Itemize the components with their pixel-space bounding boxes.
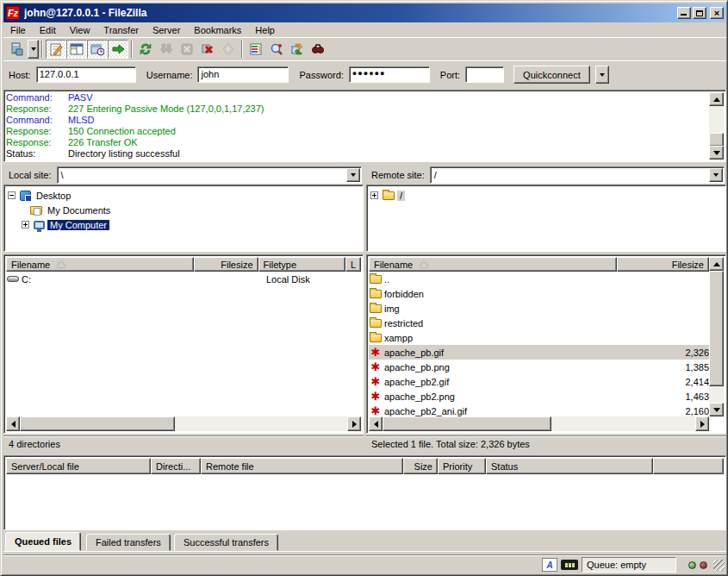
maximize-button[interactable] <box>693 7 706 19</box>
scrollbar-thumb[interactable] <box>20 416 175 431</box>
file-name: .. <box>383 274 632 285</box>
remote-file-row[interactable]: restricted <box>369 316 709 330</box>
folder-icon <box>383 191 395 200</box>
minimize-button[interactable] <box>677 7 691 19</box>
close-icon: × <box>711 8 723 18</box>
filezilla-logo-icon: Fz <box>6 6 20 20</box>
toggle-message-log-button[interactable] <box>46 40 66 59</box>
log-vertical-scrollbar[interactable] <box>709 92 724 160</box>
filter-button[interactable] <box>246 40 266 59</box>
scroll-right-button[interactable] <box>695 416 709 431</box>
toggle-remote-tree-button[interactable] <box>87 40 108 59</box>
column-header-size[interactable]: Size <box>403 458 438 474</box>
column-header-filename[interactable]: Filename <box>369 257 617 272</box>
local-horizontal-scrollbar[interactable] <box>6 416 361 431</box>
remote-file-row[interactable]: ✱apache_pb2_ani.gif2,160 <box>369 404 709 416</box>
scroll-up-button[interactable] <box>709 92 724 106</box>
menu-bookmarks[interactable]: Bookmarks <box>187 24 248 36</box>
remote-file-row[interactable]: .. <box>369 272 709 286</box>
column-header-filesize[interactable]: Filesize <box>617 257 709 272</box>
remote-horizontal-scrollbar[interactable] <box>369 416 709 431</box>
column-header-last-modified[interactable]: L <box>345 257 361 272</box>
column-header-priority[interactable]: Priority <box>438 458 486 474</box>
quickconnect-dropdown[interactable] <box>595 66 609 84</box>
collapse-icon[interactable] <box>8 191 16 199</box>
column-header-status[interactable]: Status <box>486 458 653 474</box>
find-button[interactable] <box>308 40 328 59</box>
quickconnect-button[interactable]: Quickconnect <box>513 66 590 84</box>
menu-edit[interactable]: Edit <box>33 24 63 36</box>
reconnect-button[interactable] <box>218 40 239 59</box>
scroll-down-button[interactable] <box>709 146 724 160</box>
close-button[interactable]: × <box>710 7 724 19</box>
image-file-icon: ✱ <box>369 361 383 373</box>
scrollbar-thumb[interactable] <box>709 271 724 386</box>
column-header-filetype[interactable]: Filetype <box>258 257 346 272</box>
column-label: Filesize <box>221 260 252 270</box>
dropdown-arrow-icon <box>31 47 36 51</box>
refresh-button[interactable] <box>135 40 156 59</box>
tab-successful-transfers[interactable]: Successful transfers <box>174 534 278 551</box>
menu-view[interactable]: View <box>63 24 97 36</box>
data-type-ascii-icon[interactable]: A <box>542 558 557 572</box>
remote-file-row[interactable]: ✱apache_pb.png1,385 <box>369 360 709 374</box>
expand-icon[interactable] <box>22 221 29 229</box>
remote-site-dropdown[interactable] <box>709 168 723 182</box>
folder-icon <box>369 275 383 284</box>
scroll-down-button[interactable] <box>709 403 724 416</box>
remote-file-row-selected[interactable]: ✱apache_pb.gif2,326 <box>369 345 709 360</box>
menu-help[interactable]: Help <box>248 24 282 36</box>
tree-item-root[interactable]: / <box>370 188 725 203</box>
tree-item-my-documents[interactable]: My Documents <box>8 203 363 217</box>
local-file-row[interactable]: C: Local Disk <box>6 272 361 286</box>
site-manager-dropdown[interactable] <box>28 40 39 59</box>
tab-queued-files[interactable]: Queued files <box>5 532 81 551</box>
speed-limit-icon[interactable] <box>561 560 578 570</box>
menu-file[interactable]: File <box>3 24 33 36</box>
resize-grip[interactable] <box>713 560 725 571</box>
host-input[interactable]: 127.0.0.1 <box>36 66 136 83</box>
process-queue-button[interactable] <box>156 40 177 59</box>
column-header-filename[interactable]: Filename <box>6 257 194 272</box>
local-site-dropdown[interactable] <box>346 168 360 182</box>
column-header-direction[interactable]: Directi... <box>151 458 201 474</box>
compare-button[interactable] <box>266 40 287 59</box>
column-header-remote-file[interactable]: Remote file <box>201 458 403 474</box>
remote-site-combobox[interactable]: / <box>430 166 725 184</box>
remote-file-row[interactable]: img <box>369 301 709 316</box>
menu-transfer[interactable]: Transfer <box>96 24 146 36</box>
synchronized-browsing-button[interactable] <box>287 40 308 59</box>
scroll-up-button[interactable] <box>709 257 724 271</box>
toggle-transfer-queue-button[interactable] <box>108 40 128 59</box>
site-manager-button[interactable] <box>7 40 28 59</box>
column-header-filesize[interactable]: Filesize <box>194 257 258 272</box>
find-icon <box>311 42 325 56</box>
scrollbar-thumb[interactable] <box>709 133 724 147</box>
expand-icon[interactable] <box>370 191 378 199</box>
local-site-combobox[interactable]: \ <box>57 166 362 184</box>
queue-body[interactable] <box>6 474 724 528</box>
remote-file-row[interactable]: forbidden <box>369 286 709 301</box>
image-file-icon: ✱ <box>369 376 383 387</box>
remote-file-row[interactable]: ✱apache_pb2.png1,463 <box>369 389 709 404</box>
column-label: Server/Local file <box>11 461 79 472</box>
tab-failed-transfers[interactable]: Failed transfers <box>86 534 171 551</box>
port-input[interactable] <box>465 66 504 83</box>
remote-file-row[interactable]: ✱apache_pb2.gif2,414 <box>369 374 709 389</box>
menu-server[interactable]: Server <box>146 24 187 36</box>
scroll-right-button[interactable] <box>347 416 361 431</box>
password-input[interactable]: ●●●●●● <box>349 66 430 83</box>
tree-item-desktop[interactable]: Desktop <box>8 188 363 203</box>
scroll-left-button[interactable] <box>369 416 383 431</box>
scroll-left-button[interactable] <box>6 416 20 431</box>
minimize-icon <box>681 14 687 16</box>
tree-item-my-computer[interactable]: My Computer <box>8 217 363 232</box>
username-input[interactable]: john <box>197 66 289 83</box>
disconnect-button[interactable] <box>197 40 218 59</box>
scrollbar-thumb[interactable] <box>383 416 551 431</box>
cancel-button[interactable] <box>177 40 197 59</box>
column-header-server-local-file[interactable]: Server/Local file <box>6 458 151 474</box>
toggle-local-tree-button[interactable] <box>66 40 87 59</box>
remote-vertical-scrollbar[interactable] <box>709 257 724 416</box>
remote-file-row[interactable]: xampp <box>369 330 709 345</box>
